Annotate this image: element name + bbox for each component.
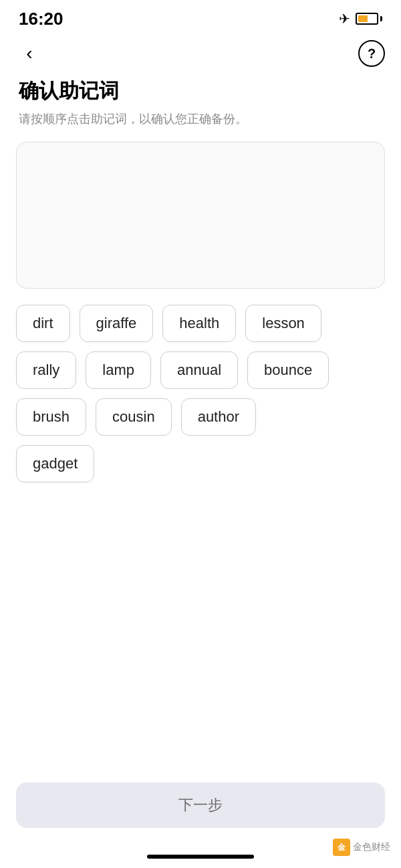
word-chip-giraffe[interactable]: giraffe [80, 305, 154, 342]
battery-tip [380, 16, 382, 21]
word-chip-lamp[interactable]: lamp [86, 351, 151, 389]
word-chip-lesson[interactable]: lesson [245, 305, 321, 342]
battery-icon [356, 13, 382, 25]
next-button[interactable]: 下一步 [16, 782, 385, 828]
status-bar: 16:20 ✈ [0, 0, 401, 35]
battery-body [356, 13, 378, 25]
word-row-2: rally lamp annual bounce [16, 351, 385, 389]
status-time: 16:20 [19, 9, 63, 29]
word-chip-dirt[interactable]: dirt [16, 305, 70, 342]
back-button[interactable]: ‹ [16, 40, 43, 67]
home-indicator [147, 855, 254, 859]
airplane-icon: ✈ [339, 11, 350, 27]
page-title: 确认助记词 [19, 78, 382, 105]
word-chip-health[interactable]: health [162, 305, 236, 342]
nav-bar: ‹ ? [0, 35, 401, 72]
status-icons: ✈ [339, 11, 382, 27]
battery-fill [358, 15, 368, 22]
word-row-1: dirt giraffe health lesson [16, 305, 385, 342]
watermark-text: 金色财经 [353, 841, 390, 853]
word-chip-cousin[interactable]: cousin [96, 398, 172, 436]
word-row-4: gadget [16, 445, 385, 482]
page-header: 确认助记词 请按顺序点击助记词，以确认您正确备份。 [0, 72, 401, 142]
word-chip-author[interactable]: author [181, 398, 256, 436]
help-button[interactable]: ? [358, 40, 385, 67]
word-grid: dirt giraffe health lesson rally lamp an… [0, 289, 401, 482]
watermark: 金 金色财经 [333, 839, 390, 856]
word-chip-brush[interactable]: brush [16, 398, 86, 436]
word-chip-rally[interactable]: rally [16, 351, 76, 389]
word-chip-annual[interactable]: annual [160, 351, 238, 389]
selection-box [16, 142, 385, 289]
word-chip-gadget[interactable]: gadget [16, 445, 94, 482]
word-chip-bounce[interactable]: bounce [247, 351, 329, 389]
word-row-3: brush cousin author [16, 398, 385, 436]
watermark-logo: 金 [333, 839, 350, 856]
page-subtitle: 请按顺序点击助记词，以确认您正确备份。 [19, 110, 382, 128]
